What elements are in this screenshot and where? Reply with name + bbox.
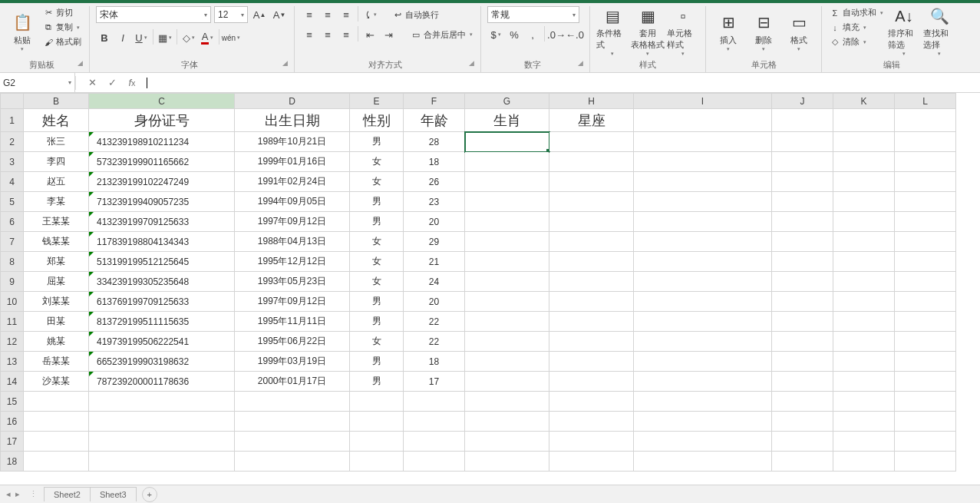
name-box[interactable]: G2▾ [0,73,75,92]
cell-H3[interactable] [549,152,634,172]
cell-L17[interactable] [895,432,956,452]
cell-L11[interactable] [895,312,956,332]
cell-G12[interactable] [465,332,549,352]
row-header-13[interactable]: 13 [1,352,24,372]
phonetic-button[interactable]: wén [223,29,239,46]
cell-K14[interactable] [833,372,895,392]
cell-B12[interactable]: 姚某 [24,332,89,352]
increase-decimal-button[interactable]: .0→ [548,26,565,43]
cell-B13[interactable]: 岳某某 [24,352,89,372]
cell-K1[interactable] [833,109,895,132]
cell-G6[interactable] [465,212,549,232]
underline-button[interactable]: U [133,29,150,46]
cell-H16[interactable] [549,412,634,432]
cell-K18[interactable] [833,452,895,472]
cell-F1[interactable]: 年龄 [404,109,465,132]
autosum-button[interactable]: Σ自动求和▾ [828,6,885,19]
insert-function-button[interactable]: fx [122,73,142,92]
cell-I14[interactable] [634,372,772,392]
cell-B16[interactable] [24,412,89,432]
cell-L14[interactable] [895,372,956,392]
cell-D17[interactable] [235,432,350,452]
cell-C2[interactable]: 413239198910211234 [89,132,235,152]
row-header-4[interactable]: 4 [1,172,24,192]
cell-B15[interactable] [24,392,89,412]
fill-button[interactable]: ↓填充▾ [828,21,885,34]
align-center-button[interactable]: ≡ [319,26,336,43]
find-select-button[interactable]: 🔍查找和选择▾ [923,6,955,57]
cell-H4[interactable] [549,172,634,192]
cell-D5[interactable]: 1994年09月05日 [235,192,350,212]
merge-center-button[interactable]: ▭合并后居中▾ [409,26,474,43]
cell-L9[interactable] [895,272,956,292]
cell-F12[interactable]: 22 [404,332,465,352]
cell-I9[interactable] [634,272,772,292]
cell-F17[interactable] [404,432,465,452]
cell-C4[interactable]: 213239199102247249 [89,172,235,192]
cell-B11[interactable]: 田某 [24,312,89,332]
column-header-K[interactable]: K [833,94,895,109]
cell-H10[interactable] [549,292,634,312]
row-header-1[interactable]: 1 [1,109,24,132]
cell-B9[interactable]: 屈某 [24,272,89,292]
cell-K6[interactable] [833,212,895,232]
cell-J18[interactable] [772,452,833,472]
wrap-text-button[interactable]: ↩自动换行 [391,6,441,23]
cell-G14[interactable] [465,372,549,392]
fill-color-button[interactable]: ◇ [180,29,197,46]
sort-filter-button[interactable]: A↓排序和筛选▾ [888,6,920,57]
cell-H9[interactable] [549,272,634,292]
cell-E15[interactable] [350,392,404,412]
cell-E14[interactable]: 男 [350,372,404,392]
cell-E13[interactable]: 男 [350,352,404,372]
cell-H13[interactable] [549,352,634,372]
cell-L12[interactable] [895,332,956,352]
row-header-9[interactable]: 9 [1,272,24,292]
column-header-H[interactable]: H [549,94,634,109]
cell-J5[interactable] [772,192,833,212]
cell-B2[interactable]: 张三 [24,132,89,152]
decrease-font-button[interactable]: A▼ [271,6,288,23]
row-header-17[interactable]: 17 [1,432,24,452]
decrease-indent-button[interactable]: ⇤ [361,26,378,43]
cut-button[interactable]: ✂剪切 [41,6,83,19]
cell-I15[interactable] [634,392,772,412]
cell-E5[interactable]: 男 [350,192,404,212]
cell-J9[interactable] [772,272,833,292]
cell-I6[interactable] [634,212,772,232]
cell-I13[interactable] [634,352,772,372]
cell-C12[interactable]: 419739199506222541 [89,332,235,352]
cell-L15[interactable] [895,392,956,412]
row-header-12[interactable]: 12 [1,332,24,352]
cell-C6[interactable]: 413239199709125633 [89,212,235,232]
cell-J2[interactable] [772,132,833,152]
cell-I7[interactable] [634,232,772,252]
cell-E9[interactable]: 女 [350,272,404,292]
cell-F5[interactable]: 23 [404,192,465,212]
align-dialog-launcher[interactable]: ◢ [469,59,474,67]
cell-G15[interactable] [465,392,549,412]
cell-E16[interactable] [350,412,404,432]
cell-F16[interactable] [404,412,465,432]
cell-J3[interactable] [772,152,833,172]
cell-F10[interactable]: 20 [404,292,465,312]
cell-styles-button[interactable]: ▫单元格样式▾ [667,6,699,57]
cell-B4[interactable]: 赵五 [24,172,89,192]
cell-B17[interactable] [24,432,89,452]
cell-C18[interactable] [89,452,235,472]
cell-L6[interactable] [895,212,956,232]
cell-D7[interactable]: 1988年04月13日 [235,232,350,252]
row-header-16[interactable]: 16 [1,412,24,432]
row-header-8[interactable]: 8 [1,252,24,272]
cell-I16[interactable] [634,412,772,432]
cell-H11[interactable] [549,312,634,332]
row-header-10[interactable]: 10 [1,292,24,312]
column-header-G[interactable]: G [465,94,549,109]
cell-E12[interactable]: 女 [350,332,404,352]
cell-L5[interactable] [895,192,956,212]
cell-D9[interactable]: 1993年05月23日 [235,272,350,292]
column-header-E[interactable]: E [350,94,404,109]
italic-button[interactable]: I [114,29,131,46]
enter-formula-button[interactable]: ✓ [102,73,122,92]
cell-J11[interactable] [772,312,833,332]
